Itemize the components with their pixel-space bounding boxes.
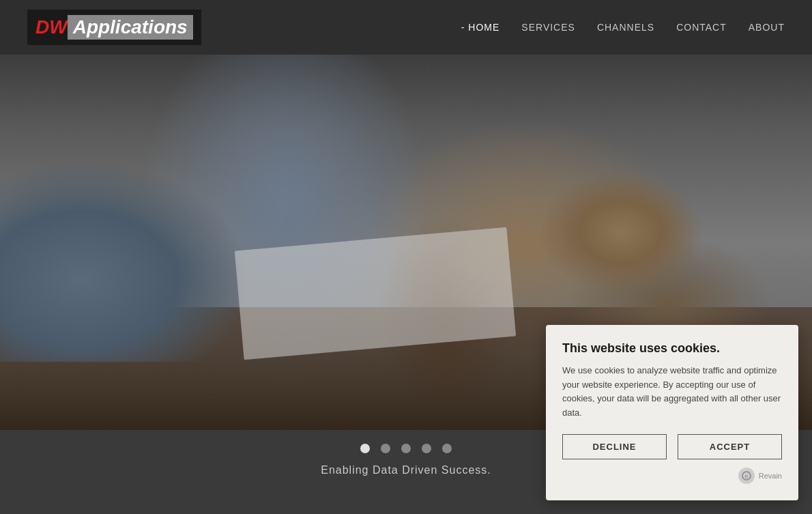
dot-1[interactable]: [360, 444, 370, 453]
revain-label: Revain: [759, 472, 782, 480]
nav-about[interactable]: ABOUT: [749, 22, 785, 33]
cookie-text: We use cookies to analyze website traffi…: [562, 364, 782, 420]
main-nav: - HOME SERVICES CHANNELS CONTACT ABOUT: [461, 22, 785, 33]
dot-3[interactable]: [401, 444, 411, 453]
logo-box: DW Applications: [27, 10, 201, 45]
nav-contact[interactable]: CONTACT: [676, 22, 727, 33]
nav-channels[interactable]: CHANNELS: [597, 22, 654, 33]
what-we-do-title: WHAT WE DO: [334, 511, 479, 514]
dot-5[interactable]: [442, 444, 452, 453]
logo-dw: DW: [35, 16, 68, 38]
nav-services[interactable]: SERVICES: [521, 22, 575, 33]
accept-button[interactable]: ACCEPT: [678, 434, 782, 459]
site-header: DW Applications - HOME SERVICES CHANNELS…: [0, 0, 812, 55]
cookie-title: This website uses cookies.: [562, 341, 782, 356]
cookie-footer: R Revain: [562, 468, 782, 484]
nav-home[interactable]: - HOME: [461, 22, 500, 33]
cookie-banner: This website uses cookies. We use cookie…: [546, 325, 798, 500]
logo-applications: Applications: [68, 15, 193, 40]
carousel-dots: [360, 444, 452, 453]
dot-2[interactable]: [381, 444, 390, 453]
logo[interactable]: DW Applications: [27, 10, 201, 45]
svg-text:R: R: [744, 474, 748, 479]
dot-4[interactable]: [422, 444, 431, 453]
revain-icon: R: [738, 468, 755, 484]
hero-tagline: Enabling Data Driven Success.: [321, 464, 491, 476]
hero-person-left: [0, 157, 273, 362]
cookie-actions: DECLINE ACCEPT: [562, 434, 782, 459]
decline-button[interactable]: DECLINE: [562, 434, 667, 459]
